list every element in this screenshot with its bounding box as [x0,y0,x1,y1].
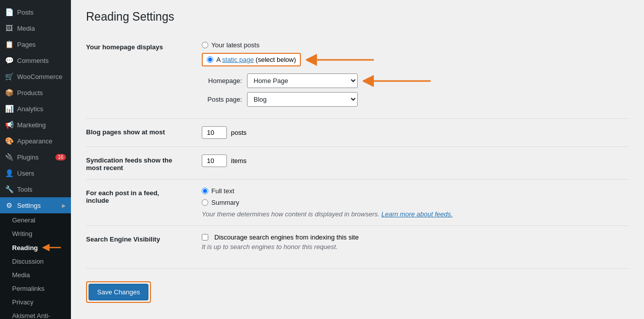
posts-page-select[interactable]: Blog Home Page About Contact [247,92,358,107]
feed-include-label: For each post in a feed, include [86,187,202,204]
submenu-privacy[interactable]: Privacy [0,295,71,309]
homepage-displays-label: Your homepage displays [86,41,202,51]
sidebar-item-analytics[interactable]: 📊 Analytics [0,101,71,117]
sidebar-item-products[interactable]: 📦 Products [0,85,71,101]
submenu-akismet[interactable]: Akismet Anti-Spam [0,309,71,319]
pages-icon: 📋 [5,40,13,48]
summary-option: Summary [202,199,629,206]
full-text-radio[interactable] [202,188,208,194]
full-text-option: Full text [202,187,629,195]
search-engine-label: Search Engine Visibility [86,233,202,243]
media-icon: 🖼 [5,24,13,32]
static-page-label: A static page (select below) [216,56,296,63]
reading-arrow-icon [42,244,62,252]
static-page-link[interactable]: static page [222,56,254,63]
sidebar: 📄 Posts 🖼 Media 📋 Pages 💬 Comments 🛒 Woo… [0,0,71,319]
homepage-select-label: Homepage: [202,77,242,85]
save-section: Save Changes [86,268,629,303]
full-text-label: Full text [211,187,234,195]
summary-radio[interactable] [202,199,208,206]
syndication-feeds-control: items [202,154,629,167]
sidebar-item-tools[interactable]: 🔧 Tools [0,181,71,197]
static-page-arrow-icon [306,54,376,66]
settings-submenu: General Writing Reading Discussion Media… [0,213,71,319]
homepage-select[interactable]: Home Page Blog About Contact [247,73,358,88]
latest-posts-label: Your latest posts [211,41,260,49]
homepage-select-row: Homepage: Home Page Blog About Contact [202,73,629,88]
woocommerce-icon: 🛒 [5,72,13,81]
syndication-feeds-label: Syndication feeds show the most recent [86,154,202,172]
posts-icon: 📄 [5,8,13,16]
search-engine-checkbox[interactable] [202,234,208,241]
static-page-radio[interactable] [207,56,213,63]
syndication-feeds-row: Syndication feeds show the most recent i… [86,146,629,179]
search-engine-checkbox-label: Discourage search engines from indexing … [214,233,359,241]
submenu-writing[interactable]: Writing [0,227,71,241]
save-changes-button[interactable]: Save Changes [89,284,148,300]
blog-pages-row: Blog pages show at most posts [86,118,629,146]
static-page-highlighted-box: A static page (select below) [202,53,301,66]
syndication-feeds-input[interactable] [202,154,227,167]
appearance-icon: 🎨 [5,137,13,145]
submenu-permalinks[interactable]: Permalinks [0,282,71,295]
blog-pages-label: Blog pages show at most [86,126,202,136]
syndication-feeds-suffix: items [231,157,247,165]
submenu-media[interactable]: Media [0,268,71,282]
main-content: Reading Settings Your homepage displays … [71,0,644,319]
homepage-arrow-icon [363,75,433,87]
learn-more-link[interactable]: Learn more about feeds. [381,210,453,218]
comments-icon: 💬 [5,56,13,64]
homepage-displays-row: Your homepage displays Your latest posts… [86,34,629,118]
posts-page-select-label: Posts page: [202,96,242,103]
feed-info-text: Your theme determines how content is dis… [202,210,629,218]
settings-table: Your homepage displays Your latest posts… [86,34,629,258]
search-engine-info: It is up to search engines to honor this… [202,243,629,251]
submenu-general[interactable]: General [0,213,71,227]
tools-icon: 🔧 [5,185,13,193]
latest-posts-radio[interactable] [202,42,208,48]
submenu-reading[interactable]: Reading [0,241,71,255]
sidebar-item-users[interactable]: 👤 Users [0,165,71,181]
posts-page-select-row: Posts page: Blog Home Page About Contact [202,92,629,107]
sidebar-item-plugins[interactable]: 🔌 Plugins 16 [0,149,71,165]
analytics-icon: 📊 [5,105,13,113]
page-title: Reading Settings [86,10,629,24]
summary-label: Summary [211,199,239,206]
submenu-discussion[interactable]: Discussion [0,255,71,268]
plugins-icon: 🔌 [5,153,13,161]
sidebar-item-woocommerce[interactable]: 🛒 WooCommerce [0,68,71,85]
sidebar-item-comments[interactable]: 💬 Comments [0,52,71,68]
latest-posts-option: Your latest posts [202,41,629,49]
search-engine-checkbox-row: Discourage search engines from indexing … [202,233,629,241]
plugins-badge: 16 [55,154,66,161]
blog-pages-suffix: posts [231,129,247,136]
users-icon: 👤 [5,169,13,177]
blog-pages-input[interactable] [202,126,227,139]
blog-pages-control: posts [202,126,629,139]
sidebar-item-appearance[interactable]: 🎨 Appearance [0,133,71,149]
settings-icon: ⚙ [5,201,13,209]
homepage-displays-control: Your latest posts A static page (select … [202,41,629,111]
save-button-wrapper: Save Changes [86,281,151,303]
search-engine-control: Discourage search engines from indexing … [202,233,629,251]
sidebar-item-settings[interactable]: ⚙ Settings ▶ [0,197,71,213]
marketing-icon: 📢 [5,121,13,129]
products-icon: 📦 [5,89,13,97]
feed-include-control: Full text Summary Your theme determines … [202,187,629,218]
sidebar-item-pages[interactable]: 📋 Pages [0,36,71,52]
feed-include-row: For each post in a feed, include Full te… [86,179,629,225]
settings-arrow-icon: ▶ [62,203,66,208]
sidebar-item-posts[interactable]: 📄 Posts [0,4,71,20]
search-engine-row: Search Engine Visibility Discourage sear… [86,225,629,258]
sidebar-item-media[interactable]: 🖼 Media [0,20,71,36]
sidebar-item-marketing[interactable]: 📢 Marketing [0,117,71,133]
